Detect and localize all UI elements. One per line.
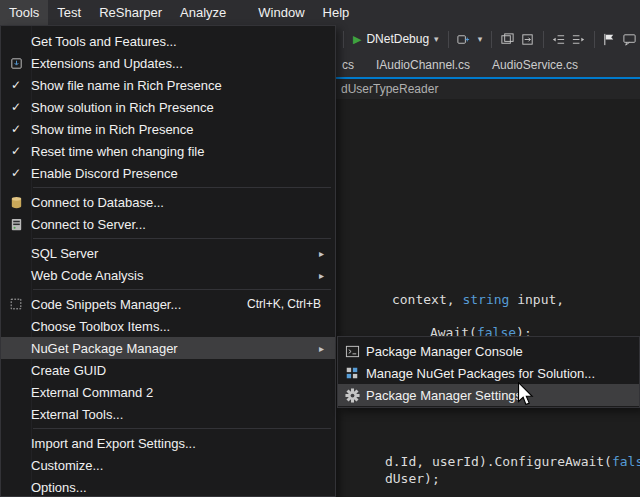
menu-item-sql-server[interactable]: SQL Server ▸ xyxy=(1,242,335,264)
menu-item-external-command-2[interactable]: External Command 2 xyxy=(1,381,335,403)
decrease-indent-icon xyxy=(551,32,566,47)
checkmark-icon: ✓ xyxy=(11,166,21,180)
connect-to-server-icon xyxy=(9,217,24,232)
decrease-indent-button[interactable] xyxy=(549,28,569,50)
breadcrumb[interactable]: dUserTypeReader xyxy=(341,82,438,96)
menu-item-choose-toolbox-items[interactable]: Choose Toolbox Items... xyxy=(1,315,335,337)
checkmark-icon: ✓ xyxy=(11,100,21,114)
menu-separator xyxy=(33,238,331,239)
connect-to-database-icon xyxy=(9,195,24,210)
navigate-backward-icon xyxy=(500,32,515,47)
menubar-item-help[interactable]: Help xyxy=(314,0,359,25)
checkmark-icon: ✓ xyxy=(11,144,21,158)
menu-item-code-snippets-manager[interactable]: Code Snippets Manager... Ctrl+K, Ctrl+B xyxy=(1,293,335,315)
menu-item-show-time-rich-presence[interactable]: ✓ Show time in Rich Presence xyxy=(1,118,335,140)
menu-item-connect-to-server[interactable]: Connect to Server... xyxy=(1,213,335,235)
submenu-arrow-icon: ▸ xyxy=(319,270,335,281)
comment-icon xyxy=(622,32,637,47)
attach-options-caret[interactable]: ▾ xyxy=(474,28,487,50)
menu-item-connect-to-database[interactable]: Connect to Database... xyxy=(1,191,335,213)
menubar-item-test[interactable]: Test xyxy=(48,0,90,25)
debug-target-dropdown[interactable]: ▶ DNetDebug ▾ xyxy=(349,30,443,48)
toggle-bookmark-button[interactable] xyxy=(600,28,620,50)
submenu-item-manage-nuget-packages-for-solution[interactable]: Manage NuGet Packages for Solution... xyxy=(338,362,639,384)
menu-item-nuget-package-manager[interactable]: NuGet Package Manager ▸ xyxy=(1,337,335,359)
start-debugging-icon: ▶ xyxy=(353,33,361,46)
toolbar-separator xyxy=(594,31,595,48)
toolbar-separator xyxy=(543,31,544,48)
menu-separator xyxy=(33,289,331,290)
vs-window: context, string input, Await(false); d.I… xyxy=(0,0,640,497)
menu-item-extensions-and-updates[interactable]: Extensions and Updates... xyxy=(1,52,335,74)
submenu-item-package-manager-settings[interactable]: Package Manager Settings xyxy=(338,384,639,406)
toolbar-separator xyxy=(448,31,449,48)
navigate-backward-button[interactable] xyxy=(497,28,517,50)
bookmark-icon xyxy=(602,32,617,47)
tab-label: AudioService.cs xyxy=(492,58,578,72)
tab-label: IAudioChannel.cs xyxy=(376,58,470,72)
submenu-arrow-icon: ▸ xyxy=(319,343,335,354)
menubar-item-tools[interactable]: Tools xyxy=(0,0,48,25)
menu-item-create-guid[interactable]: Create GUID xyxy=(1,359,335,381)
document-tab[interactable]: cs xyxy=(338,53,365,77)
checkmark-icon: ✓ xyxy=(11,78,21,92)
submenu-item-package-manager-console[interactable]: Package Manager Console xyxy=(338,340,639,362)
manage-packages-icon xyxy=(345,366,359,380)
menu-item-web-code-analysis[interactable]: Web Code Analysis ▸ xyxy=(1,264,335,286)
menu-item-options[interactable]: Options... xyxy=(1,476,335,497)
menubar-item-resharper[interactable]: ReSharper xyxy=(90,0,171,25)
toggle-comment-button[interactable] xyxy=(620,28,640,50)
menu-bar: Tools Test ReSharper Analyze Window Help xyxy=(0,0,640,25)
code-snippets-icon xyxy=(9,297,23,311)
tab-label: cs xyxy=(342,58,354,72)
menubar-item-window[interactable]: Window xyxy=(249,0,313,25)
extensions-icon xyxy=(9,56,24,71)
menu-item-enable-discord-presence[interactable]: ✓ Enable Discord Presence xyxy=(1,162,335,184)
menu-item-show-solution-rich-presence[interactable]: ✓ Show solution in Rich Presence xyxy=(1,96,335,118)
menu-item-show-file-name-rich-presence[interactable]: ✓ Show file name in Rich Presence xyxy=(1,74,335,96)
debug-target-label: DNetDebug xyxy=(366,32,429,46)
mouse-cursor xyxy=(517,382,534,407)
nuget-package-manager-submenu: Package Manager Console Manage NuGet Pac… xyxy=(337,336,640,408)
console-icon xyxy=(345,344,360,359)
menu-item-get-tools-and-features[interactable]: Get Tools and Features... xyxy=(1,30,335,52)
code-line: se); xyxy=(338,484,416,497)
tools-menu: Get Tools and Features... Extensions and… xyxy=(0,25,336,497)
navigate-forward-icon xyxy=(520,32,535,47)
dropdown-caret-icon: ▾ xyxy=(478,34,483,44)
document-tab[interactable]: IAudioChannel.cs xyxy=(365,53,481,77)
menu-separator xyxy=(33,187,331,188)
menubar-item-analyze[interactable]: Analyze xyxy=(171,0,235,25)
menu-item-customize[interactable]: Customize... xyxy=(1,454,335,476)
increase-indent-icon xyxy=(571,32,586,47)
toolbar-separator xyxy=(491,31,492,48)
menu-item-import-export-settings[interactable]: Import and Export Settings... xyxy=(1,432,335,454)
gear-icon xyxy=(345,388,360,403)
menu-separator xyxy=(33,428,331,429)
attach-to-process-icon xyxy=(456,32,471,47)
checkmark-icon: ✓ xyxy=(11,122,21,136)
menu-shortcut: Ctrl+K, Ctrl+B xyxy=(247,297,321,311)
submenu-arrow-icon: ▸ xyxy=(319,248,335,259)
navigate-forward-button[interactable] xyxy=(518,28,538,50)
attach-to-process-button[interactable] xyxy=(454,28,474,50)
dropdown-caret-icon: ▾ xyxy=(434,34,439,44)
menu-item-reset-time-when-changing-file[interactable]: ✓ Reset time when changing file xyxy=(1,140,335,162)
document-tab[interactable]: AudioService.cs xyxy=(481,53,589,77)
increase-indent-button[interactable] xyxy=(569,28,589,50)
menu-item-external-tools[interactable]: External Tools... xyxy=(1,403,335,425)
toolbar-separator xyxy=(343,31,344,48)
